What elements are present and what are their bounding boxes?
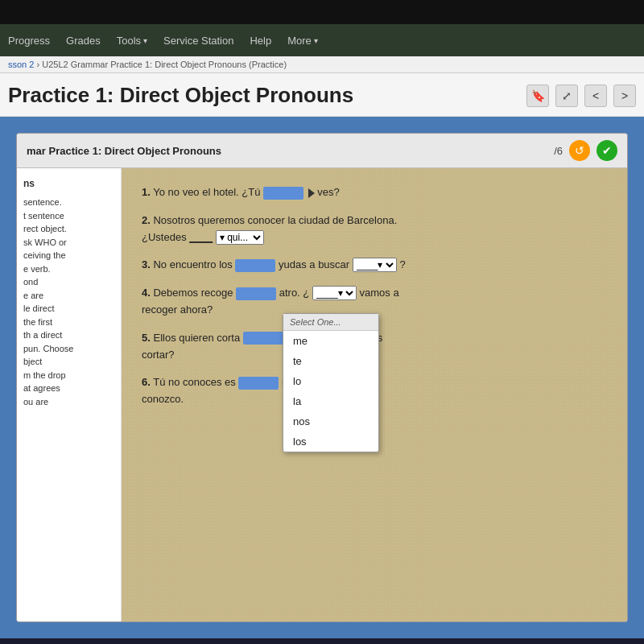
instructions-line-12: bject <box>23 355 114 369</box>
ex4-line2: recoger ahora? <box>142 303 213 316</box>
next-button[interactable]: > <box>613 85 636 107</box>
page-header: Practice 1: Direct Object Pronouns 🔖 ⤢ <… <box>0 73 644 117</box>
ex2-select[interactable]: ▾ qui... <box>216 230 264 245</box>
ex3-text-before: No encuentro los <box>153 258 232 270</box>
breadcrumb: sson 2 › U25L2 Grammar Practice 1: Direc… <box>0 56 644 73</box>
ex5-line2: cortar? <box>142 349 174 361</box>
ex5-blank <box>243 332 283 345</box>
ex2-line2-before: ¿Ustedes <box>142 231 189 243</box>
instructions-line-13: m the drop <box>23 369 114 382</box>
ex2-num: 2. <box>142 214 151 226</box>
header-icons: 🔖 ⤢ < > <box>526 85 636 107</box>
instructions-line-2: rect object. <box>23 222 114 236</box>
ex3-blank <box>235 259 275 272</box>
dropdown-popup: Select One... me te lo la nos los <box>283 313 379 452</box>
ex4-select[interactable]: ____▾ <box>312 286 357 300</box>
ex1-text-before: Yo no veo el hotel. ¿Tú <box>153 186 263 198</box>
instructions-line-3: sk WHO or <box>23 236 114 250</box>
dropdown-option-nos[interactable]: nos <box>283 411 378 431</box>
instructions-line-9: the first <box>23 316 114 329</box>
ex6-num: 6. <box>142 376 151 388</box>
dropdown-option-lo[interactable]: lo <box>283 371 378 391</box>
ex1-text-after: ves? <box>317 186 339 198</box>
ex3-text-mid: yudas a buscar <box>279 258 349 270</box>
instructions-line-14: at agrees <box>23 382 114 395</box>
dropdown-header: Select One... <box>283 314 378 331</box>
page-title: Practice 1: Direct Object Pronouns <box>8 83 514 108</box>
practice-controls: /6 ↺ ✔ <box>554 140 617 161</box>
prev-button[interactable]: < <box>584 85 607 107</box>
ex5-num: 5. <box>142 332 151 344</box>
tools-chevron-icon: ▾ <box>143 36 147 45</box>
ex3-text-end: ? <box>399 258 405 270</box>
nav-progress[interactable]: Progress <box>8 35 50 47</box>
nav-help[interactable]: Help <box>250 35 271 47</box>
instructions-line-1: t sentence <box>23 209 114 223</box>
expand-button[interactable]: ⤢ <box>555 85 578 107</box>
instructions-line-10: th a direct <box>23 328 114 342</box>
ex3-num: 3. <box>142 258 151 270</box>
nav-tools[interactable]: Tools ▾ <box>117 35 147 47</box>
main-content: mar Practice 1: Direct Object Pronouns /… <box>0 117 644 638</box>
ex4-num: 4. <box>142 287 151 299</box>
ex4-text-after: vamos a <box>360 287 399 299</box>
ex3-select[interactable]: ____▾ <box>353 258 397 272</box>
exercise-3: 3. No encuentro los yudas a buscar ____▾… <box>142 257 607 274</box>
dropdown-option-me[interactable]: me <box>283 331 378 351</box>
exercise-2: 2. Nosotros queremos conocer la ciudad d… <box>142 213 607 246</box>
instructions-line-5: e verb. <box>23 262 114 276</box>
ex6-line2: conozco. <box>142 393 184 405</box>
top-bar <box>0 0 644 24</box>
ex6-text-before: Tú no conoces es <box>153 376 236 388</box>
dropdown-option-la[interactable]: la <box>283 391 378 411</box>
practice-header: mar Practice 1: Direct Object Pronouns /… <box>17 134 627 168</box>
check-button[interactable]: ✔ <box>597 140 617 161</box>
dropdown-option-te[interactable]: te <box>283 351 378 371</box>
bookmark-button[interactable]: 🔖 <box>526 85 549 107</box>
ex4-blank <box>236 287 276 300</box>
nav-more[interactable]: More ▾ <box>287 35 318 47</box>
ex6-blank <box>238 377 279 390</box>
nav-service-station[interactable]: Service Station <box>163 35 233 47</box>
progress-text: /6 <box>554 145 563 157</box>
instructions-line-7: e are <box>23 289 114 303</box>
ex2-select-placeholder: ____ <box>189 231 213 243</box>
nav-bar: Progress Grades Tools ▾ Service Station … <box>0 24 644 56</box>
ex1-blank <box>263 187 303 200</box>
dropdown-option-los[interactable]: los <box>283 431 378 452</box>
practice-panel: mar Practice 1: Direct Object Pronouns /… <box>16 133 628 622</box>
refresh-button[interactable]: ↺ <box>569 140 590 161</box>
instructions-line-4: ceiving the <box>23 249 114 262</box>
nav-grades[interactable]: Grades <box>66 35 101 47</box>
practice-body: ns sentence. t sentence rect object. sk … <box>17 168 627 622</box>
exercise-area: 1. Yo no veo el hotel. ¿Tú ves? 2. Nosot… <box>122 168 627 622</box>
instructions-line-6: ond <box>23 275 114 289</box>
instructions-title: ns <box>23 176 114 191</box>
ex1-num: 1. <box>142 186 151 198</box>
instructions-line-15: ou are <box>23 395 114 409</box>
more-chevron-icon: ▾ <box>314 36 318 45</box>
exercise-1: 1. Yo no veo el hotel. ¿Tú ves? <box>142 184 607 201</box>
instructions-line-11: pun. Choose <box>23 342 114 356</box>
ex4-text-before: Debemos recoge <box>153 287 233 299</box>
instructions-line-8: le direct <box>23 302 114 316</box>
ex5-text-before: Ellos quieren corta <box>153 332 240 344</box>
practice-panel-title: mar Practice 1: Direct Object Pronouns <box>27 145 221 157</box>
ex2-text: Nosotros queremos conocer la ciudad de B… <box>153 214 397 226</box>
ex4-text-mid: atro. ¿ <box>279 287 310 299</box>
cursor-icon <box>308 188 315 198</box>
instructions-line-0: sentence. <box>23 196 114 209</box>
instructions-sidebar: ns sentence. t sentence rect object. sk … <box>17 168 122 622</box>
